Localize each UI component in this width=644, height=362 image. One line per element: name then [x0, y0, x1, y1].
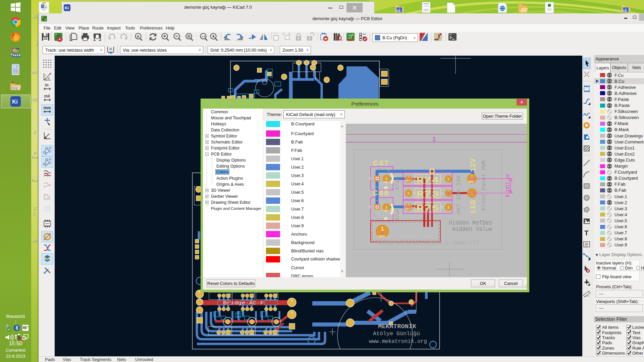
svg-text:A: A [137, 35, 140, 39]
svg-text:C48: C48 [373, 189, 389, 198]
svg-text:2: 2 [447, 205, 450, 209]
svg-text:MEKATRONİK: MEKATRONİK [378, 323, 417, 330]
svg-text:3: 3 [291, 299, 292, 303]
svg-text:r: r [45, 73, 46, 77]
svg-text:GND: GND [378, 235, 385, 239]
svg-text:Hidden RefDes: Hidden RefDes [449, 220, 492, 226]
svg-text:R75: R75 [416, 203, 439, 214]
svg-text:Front Panel PWR: Front Panel PWR [481, 160, 487, 210]
svg-text:R74: R74 [416, 175, 439, 185]
svg-text:2: 2 [447, 177, 450, 181]
svg-text:C47: C47 [373, 159, 389, 168]
svg-text:T: T [584, 229, 589, 237]
svg-text:47uF: 47uF [395, 178, 400, 190]
svg-text:Atölye Günlüğü: Atölye Günlüğü [373, 331, 420, 337]
svg-text:2: 2 [408, 191, 410, 195]
svg-text:4: 4 [199, 291, 200, 294]
svg-text:R73: R73 [416, 189, 439, 199]
svg-text:LED: LED [469, 200, 478, 213]
svg-text:GND: GND [384, 181, 388, 184]
svg-text:mm: mm [44, 106, 51, 110]
svg-text:GND: GND [406, 179, 410, 182]
svg-text:cc: cc [396, 8, 400, 12]
svg-text:0.1417 in: 0.1417 in [505, 174, 511, 197]
svg-text:GND: GND [468, 180, 474, 184]
svg-text:Hidden Value: Hidden Value [452, 226, 492, 233]
svg-text:mil: mil [44, 94, 50, 99]
svg-text:www.mekatronik.org: www.mekatronik.org [369, 338, 427, 345]
svg-text:12V: 12V [469, 158, 478, 172]
svg-text:4K7 10K 10K: 4K7 10K 10K [455, 175, 462, 215]
svg-text:GND: GND [406, 207, 410, 210]
svg-text:47uF: 47uF [395, 208, 400, 221]
svg-text:in: in [45, 83, 49, 87]
svg-text:2: 2 [291, 311, 292, 315]
svg-text:SolderWirePad_single_1-2mmDril: SolderWirePad_single_1-2mmDrill [377, 240, 479, 246]
svg-text:cc: cc [623, 8, 627, 12]
svg-text:1: 1 [432, 135, 436, 143]
svg-text:GND: GND [384, 209, 388, 212]
svg-text:θ: θ [48, 77, 49, 80]
svg-text:Ki: Ki [12, 99, 18, 105]
svg-text:2: 2 [385, 205, 388, 209]
svg-text:2: 2 [385, 177, 388, 181]
